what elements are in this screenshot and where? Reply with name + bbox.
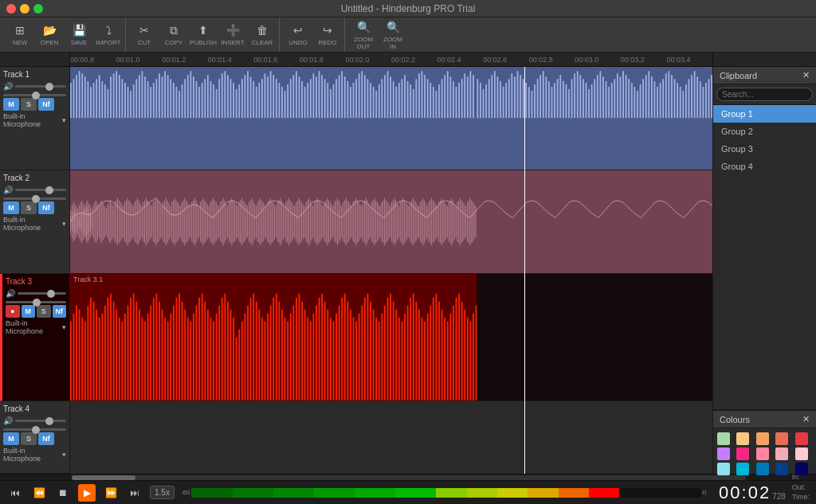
svg-rect-378 [261, 201, 262, 244]
track1-nf-button[interactable]: Nf [38, 98, 54, 111]
track3-s-button[interactable]: S [37, 305, 51, 318]
clipboard-item-group3[interactable]: Group 3 [713, 140, 816, 158]
colour-swatch-10[interactable] [717, 463, 730, 475]
cut-button[interactable]: ✂ CUT [131, 20, 158, 50]
svg-rect-562 [159, 302, 160, 400]
svg-rect-507 [445, 205, 446, 240]
svg-rect-448 [361, 206, 362, 238]
transport-forward-button[interactable]: ⏩ [102, 484, 120, 502]
track3-input[interactable]: Built-in Microphone ▾ [6, 319, 66, 335]
svg-rect-77 [287, 84, 288, 119]
svg-rect-248 [76, 206, 76, 238]
track4-pan-slider[interactable] [3, 428, 66, 431]
new-button[interactable]: ⊞ NEW [6, 20, 33, 50]
clipboard-item-group2[interactable]: Group 2 [713, 123, 816, 140]
svg-rect-147 [488, 79, 490, 119]
speed-indicator[interactable]: 1.5x [150, 486, 175, 499]
copy-button[interactable]: ⧉ COPY [160, 20, 187, 50]
colour-swatch-3[interactable] [775, 432, 788, 445]
svg-rect-319 [177, 202, 178, 242]
track2-m-button[interactable]: M [3, 201, 19, 214]
close-button[interactable] [6, 4, 16, 14]
zoom-in-button[interactable]: 🔍 ZOOM IN [379, 20, 406, 50]
insert-button[interactable]: ➕ INSERT [219, 20, 246, 50]
svg-rect-161 [528, 87, 530, 119]
svg-rect-68 [261, 79, 263, 119]
svg-rect-551 [128, 306, 129, 400]
svg-rect-373 [254, 204, 255, 240]
svg-rect-52 [216, 89, 218, 119]
track2-nf-button[interactable]: Nf [38, 201, 54, 214]
scrollbar-thumb[interactable] [72, 475, 135, 480]
svg-rect-370 [250, 201, 251, 244]
colour-swatch-11[interactable] [736, 463, 749, 475]
svg-rect-357 [231, 198, 232, 246]
clipboard-item-group1[interactable]: Group 1 [713, 105, 816, 123]
track3-rec-button[interactable]: ● [6, 305, 20, 318]
track1-m-button[interactable]: M [3, 98, 19, 111]
colour-swatch-13[interactable] [775, 463, 788, 475]
colour-swatch-2[interactable] [756, 432, 769, 445]
svg-rect-641 [384, 306, 386, 400]
colour-swatch-4[interactable] [795, 432, 808, 445]
transport-play-button[interactable]: ▶ [78, 484, 96, 502]
colours-close-button[interactable]: ✕ [802, 414, 810, 424]
track2-pan-slider[interactable] [3, 197, 66, 200]
svg-rect-194 [622, 71, 624, 119]
undo-button[interactable]: ↩ UNDO [284, 20, 312, 50]
track3-volume-slider[interactable] [18, 292, 66, 295]
track1-volume-slider[interactable] [15, 85, 66, 88]
track4-input[interactable]: Built-in Microphone ▾ [3, 447, 66, 463]
playhead[interactable] [524, 67, 525, 474]
clipboard-close-button[interactable]: ✕ [802, 70, 810, 80]
svg-rect-501 [437, 206, 437, 238]
import-button[interactable]: ⤵ IMPORT [95, 20, 122, 50]
svg-rect-53 [218, 79, 220, 119]
clear-button[interactable]: 🗑 CLEAR [249, 20, 276, 50]
track4-m-button[interactable]: M [3, 432, 19, 445]
track3-pan-slider[interactable] [6, 301, 66, 303]
track2-volume-slider[interactable] [15, 189, 66, 191]
track4-volume-slider[interactable] [15, 420, 66, 422]
track1-pan-slider[interactable] [3, 94, 66, 96]
track3-m-button[interactable]: M [22, 305, 36, 318]
transport-prev-button[interactable]: ⏮ [6, 484, 24, 502]
svg-rect-401 [294, 206, 295, 238]
transport-rewind-button[interactable]: ⏪ [30, 484, 48, 502]
track1-s-button[interactable]: S [21, 98, 37, 111]
save-button[interactable]: 💾 SAVE [65, 20, 92, 50]
track4-nf-button[interactable]: Nf [38, 432, 54, 445]
svg-rect-335 [200, 202, 201, 242]
clipboard-item-group4[interactable]: Group 4 [713, 158, 816, 175]
colour-swatch-9[interactable] [795, 447, 808, 460]
track2-s-button[interactable]: S [21, 201, 37, 214]
transport-end-button[interactable]: ⏭ [126, 484, 143, 502]
redo-button[interactable]: ↪ REDO [314, 20, 341, 50]
svg-rect-556 [142, 318, 143, 400]
colour-swatch-7[interactable] [756, 447, 769, 460]
colour-swatch-12[interactable] [756, 463, 769, 475]
track3-nf-button[interactable]: Nf [53, 305, 67, 318]
minimize-button[interactable] [20, 4, 29, 14]
publish-button[interactable]: ⬆ PUBLISH [190, 20, 217, 50]
transport-stop-button[interactable]: ⏹ [54, 484, 72, 502]
zoom-out-button[interactable]: 🔍 ZOOM OUT [350, 20, 377, 50]
colour-swatch-6[interactable] [736, 447, 749, 460]
track1-input[interactable]: Built-in Microphone ▾ [3, 112, 66, 128]
svg-rect-62 [245, 75, 246, 119]
horizontal-scrollbar[interactable] [72, 475, 746, 480]
colour-swatch-1[interactable] [736, 432, 749, 445]
clipboard-search-input[interactable] [716, 88, 813, 101]
track2-input[interactable]: Built-in Microphone ▾ [3, 216, 66, 232]
open-button[interactable]: 📂 OPEN [36, 20, 63, 50]
svg-rect-42 [187, 75, 189, 119]
colour-swatch-8[interactable] [775, 447, 788, 460]
colour-swatch-5[interactable] [717, 447, 730, 460]
svg-rect-453 [368, 204, 369, 240]
track3-name: Track 3 [6, 277, 66, 286]
svg-rect-192 [617, 73, 618, 119]
colour-swatch-0[interactable] [717, 432, 730, 445]
track4-s-button[interactable]: S [21, 432, 37, 445]
maximize-button[interactable] [33, 4, 43, 14]
svg-rect-638 [375, 318, 377, 400]
